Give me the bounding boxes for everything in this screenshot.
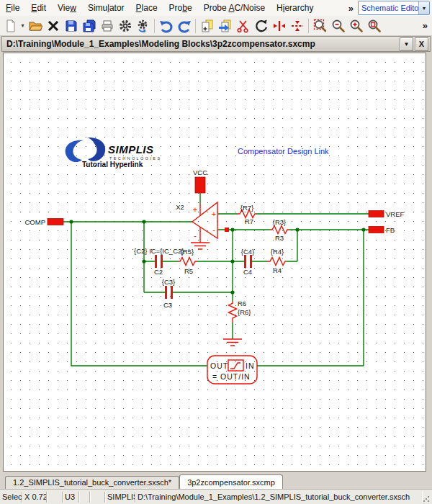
new-document-icon: [4, 19, 18, 33]
tutorial-hyperlink-text[interactable]: Tutorial Hyperlink: [82, 161, 143, 168]
r4-ref: R4: [273, 266, 282, 274]
zoom-out-button[interactable]: [329, 17, 347, 35]
export-page-button[interactable]: [216, 17, 234, 35]
menu-simulator[interactable]: Simulator: [82, 1, 130, 16]
save-icon: [64, 19, 78, 33]
resize-grip[interactable]: [422, 495, 431, 503]
resistor-r7[interactable]: {R7} R7: [238, 204, 256, 225]
status-bar: Select X 0.72 U3 SIMPLIS D:\Training\Mod…: [0, 489, 432, 504]
zoom-fit-icon: [367, 19, 382, 33]
menu-view[interactable]: View: [52, 1, 82, 16]
simulator-options-button[interactable]: [134, 17, 152, 35]
close-document-button[interactable]: X: [415, 37, 428, 51]
gain-block[interactable]: OUT IN = OUT/IN: [207, 356, 257, 384]
status-selection: U3: [63, 492, 79, 503]
undo-button[interactable]: [157, 17, 175, 35]
document-title-bar: D:\Training\Module_1_Examples\Modeling B…: [1, 36, 431, 52]
redo-button[interactable]: [175, 17, 193, 35]
toolbar-separator: [308, 19, 309, 33]
settings-button[interactable]: [116, 17, 134, 35]
status-blank: [47, 492, 63, 503]
compensator-design-link[interactable]: Compensator Design Link: [238, 147, 329, 156]
opamp-input-minus: -: [212, 225, 215, 234]
wire-dashed-button[interactable]: [288, 17, 306, 35]
terminal-comp[interactable]: COMP: [25, 218, 64, 226]
undo-icon: [159, 19, 174, 33]
save-all-button[interactable]: [80, 17, 98, 35]
vcc-rail[interactable]: VCC: [193, 168, 207, 193]
save-all-icon: [82, 19, 96, 33]
sheet-tab-bar: 1.2_SIMPLIS_tutorial_buck_converter.sxsc…: [0, 472, 432, 489]
menu-overflow-chevron[interactable]: »: [348, 3, 354, 14]
menu-edit[interactable]: Edit: [25, 1, 52, 16]
wire-compress-button[interactable]: [270, 17, 288, 35]
capacitor-c3[interactable]: {C3} C3: [162, 278, 176, 309]
r6-ref: R6: [238, 300, 246, 307]
c3-ref: C3: [163, 301, 172, 309]
zoom-out-icon: [331, 19, 346, 33]
wire-compress-icon: [272, 19, 287, 33]
simplis-logo-hyperlink[interactable]: SIMPLIS TECHNOLOGIES Tutorial Hyperlink: [66, 138, 162, 168]
tab-3p2zcompensator-sxcmp[interactable]: 3p2zcompensator.sxcmp: [179, 474, 283, 489]
zoom-in-button[interactable]: [347, 17, 365, 35]
new-schematic-button[interactable]: [1, 17, 19, 35]
tab-1-2-simplis-tutorial-buck-converter-sxsch-[interactable]: 1.2_SIMPLIS_tutorial_buck_converter.sxsc…: [5, 476, 179, 489]
open-button[interactable]: [26, 17, 44, 35]
r4-value: {R4}: [271, 248, 284, 256]
schematic-canvas[interactable]: SIMPLIS TECHNOLOGIES Tutorial Hyperlink …: [3, 53, 426, 472]
schematic-drawing: SIMPLIS TECHNOLOGIES Tutorial Hyperlink …: [4, 53, 427, 472]
menu-bar-items: FileEditViewSimulatorPlaceProbeProbe AC/…: [0, 0, 319, 16]
r7-ref: R7: [245, 217, 253, 225]
save-button[interactable]: [62, 17, 80, 35]
gain-block-out: OUT: [210, 361, 228, 370]
zoom-in-icon: [349, 19, 364, 33]
zoom-fit-button[interactable]: [365, 17, 383, 35]
c2-ref: C2: [154, 268, 163, 276]
editor-mode-select[interactable]: Schematic Editor ▼: [358, 1, 430, 15]
menu-probe[interactable]: Probe: [163, 1, 198, 16]
opamp-x2[interactable]: X2 + - + -: [176, 202, 229, 249]
menu-file[interactable]: File: [0, 1, 25, 16]
menu-bar-right: » Schematic Editor ▼: [348, 1, 432, 15]
r6-value: {R6}: [238, 308, 251, 316]
logo-swoosh-icon: [87, 138, 105, 161]
cut-button[interactable]: [234, 17, 252, 35]
comp-label: COMP: [25, 218, 46, 226]
document-path: D:\Training\Module_1_Examples\Modeling B…: [2, 39, 400, 49]
chevron-down-icon[interactable]: ▼: [418, 1, 429, 14]
title-bar-buttons: ▼ X: [400, 37, 430, 51]
toolbar-separator: [154, 19, 155, 33]
menu-probe-ac-noise[interactable]: Probe AC/Noise: [198, 1, 271, 16]
rotate-button[interactable]: [252, 17, 270, 35]
window-list-button[interactable]: ▼: [400, 37, 413, 51]
gear-refresh-icon: [136, 19, 150, 33]
new-schematic-dropdown[interactable]: ▾: [19, 22, 26, 29]
close-icon: [46, 19, 60, 33]
fb-label: FB: [386, 226, 395, 234]
terminal-vref[interactable]: VREF: [369, 210, 405, 218]
menu-hierarchy[interactable]: Hierarchy: [271, 1, 319, 16]
terminal-fb[interactable]: FB: [369, 226, 395, 234]
menu-place[interactable]: Place: [130, 1, 163, 16]
status-mode: Select: [0, 492, 22, 503]
redo-icon: [177, 19, 192, 33]
resistor-r4[interactable]: {R4} R4: [268, 248, 287, 274]
toolbar-overflow-chevron[interactable]: »: [418, 20, 432, 31]
add-window-button[interactable]: [198, 17, 216, 35]
zoom-area-button[interactable]: [311, 17, 329, 35]
status-file-path: D:\Training\Module_1_Examples\1.2_SIMPLI…: [135, 492, 422, 503]
rotate-icon: [254, 19, 269, 33]
resistor-r3[interactable]: {R3} R3: [270, 218, 289, 242]
status-blank: [90, 492, 105, 503]
gain-block-in: IN: [246, 361, 255, 370]
editor-mode-value: Schematic Editor: [359, 4, 418, 12]
schematic-wires[interactable]: [63, 193, 369, 366]
c4-ref: C4: [243, 268, 252, 276]
gain-block-formula: = OUT/IN: [212, 372, 251, 381]
toolbar: ▾: [0, 16, 432, 36]
resistor-r6[interactable]: R6 {R6}: [223, 300, 251, 346]
opamp-supply-plus: +: [193, 205, 197, 214]
print-button[interactable]: [98, 17, 116, 35]
close-sheet-button[interactable]: [44, 17, 62, 35]
opamp-ref: X2: [176, 203, 184, 211]
